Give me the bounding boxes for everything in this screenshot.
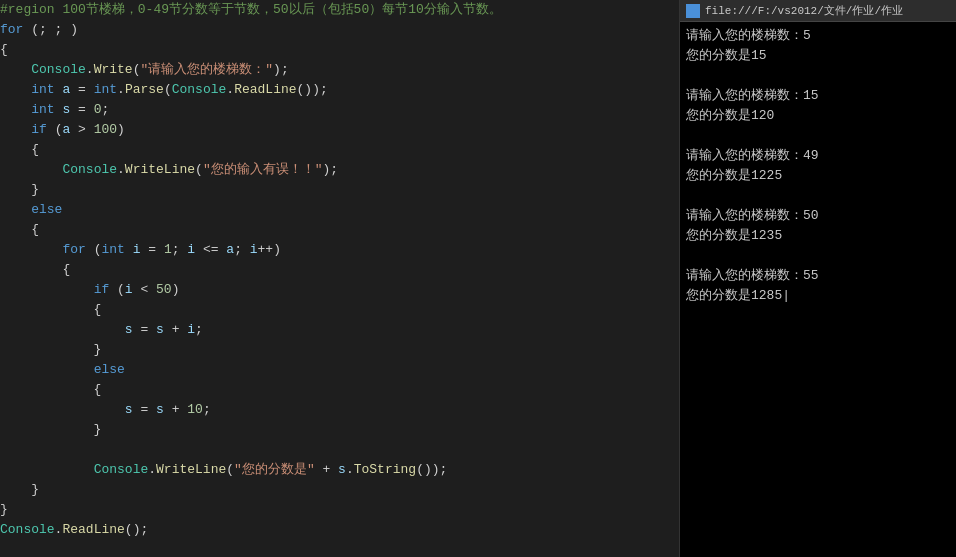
code-content: {: [0, 260, 679, 280]
code-line: if (a > 100): [0, 120, 679, 140]
code-line: {: [0, 380, 679, 400]
code-line: {: [0, 260, 679, 280]
console-output-line: 您的分数是15: [686, 46, 950, 66]
code-editor[interactable]: #region 100节楼梯，0-49节分数等于节数，50以后（包括50）每节1…: [0, 0, 680, 557]
code-line: for (int i = 1; i <= a; i++): [0, 240, 679, 260]
code-content: for (; ; ): [0, 20, 679, 40]
code-content: int s = 0;: [0, 100, 679, 120]
console-output-line: 您的分数是1285: [686, 286, 950, 306]
code-line: Console.WriteLine("您的分数是" + s.ToString()…: [0, 460, 679, 480]
console-output-line: [686, 246, 950, 266]
code-content: {: [0, 220, 679, 240]
console-output-line: 请输入您的楼梯数：50: [686, 206, 950, 226]
code-line: {: [0, 40, 679, 60]
code-content: s = s + 10;: [0, 400, 679, 420]
code-line: }: [0, 340, 679, 360]
code-line: Console.Write("请输入您的楼梯数：");: [0, 60, 679, 80]
code-line: }: [0, 180, 679, 200]
code-content: {: [0, 300, 679, 320]
code-content: Console.Write("请输入您的楼梯数：");: [0, 60, 679, 80]
code-content: else: [0, 200, 679, 220]
code-content: }: [0, 340, 679, 360]
code-content: Console.ReadLine();: [0, 520, 679, 540]
code-line: {: [0, 220, 679, 240]
console-output-line: 您的分数是1235: [686, 226, 950, 246]
code-content: if (a > 100): [0, 120, 679, 140]
console-output-line: 请输入您的楼梯数：15: [686, 86, 950, 106]
code-line: }: [0, 480, 679, 500]
console-output-line: [686, 66, 950, 86]
code-line: s = s + i;: [0, 320, 679, 340]
code-content: #region 100节楼梯，0-49节分数等于节数，50以后（包括50）每节1…: [0, 0, 679, 20]
code-line: else: [0, 200, 679, 220]
code-line: {: [0, 140, 679, 160]
console-title: file:///F:/vs2012/文件/作业/作业: [705, 3, 903, 18]
code-content: [0, 440, 679, 460]
code-content: int a = int.Parse(Console.ReadLine());: [0, 80, 679, 100]
console-output-line: [686, 126, 950, 146]
code-lines: #region 100节楼梯，0-49节分数等于节数，50以后（包括50）每节1…: [0, 0, 679, 557]
code-line: for (; ; ): [0, 20, 679, 40]
code-content: {: [0, 40, 679, 60]
code-line: Console.ReadLine();: [0, 520, 679, 540]
code-line: if (i < 50): [0, 280, 679, 300]
code-content: for (int i = 1; i <= a; i++): [0, 240, 679, 260]
console-titlebar: file:///F:/vs2012/文件/作业/作业: [680, 0, 956, 22]
console-output-line: 您的分数是1225: [686, 166, 950, 186]
code-content: {: [0, 140, 679, 160]
code-content: }: [0, 180, 679, 200]
code-content: }: [0, 480, 679, 500]
code-content: }: [0, 420, 679, 440]
code-line: }: [0, 420, 679, 440]
code-line: int s = 0;: [0, 100, 679, 120]
code-content: if (i < 50): [0, 280, 679, 300]
console-output-line: 请输入您的楼梯数：5: [686, 26, 950, 46]
code-line: #region 100节楼梯，0-49节分数等于节数，50以后（包括50）每节1…: [0, 0, 679, 20]
code-content: else: [0, 360, 679, 380]
code-line: int a = int.Parse(Console.ReadLine());: [0, 80, 679, 100]
console-output-line: 您的分数是120: [686, 106, 950, 126]
code-line: [0, 440, 679, 460]
code-content: s = s + i;: [0, 320, 679, 340]
code-content: }: [0, 500, 679, 520]
code-line: {: [0, 300, 679, 320]
console-output-line: 请输入您的楼梯数：49: [686, 146, 950, 166]
code-line: Console.WriteLine("您的输入有误！！");: [0, 160, 679, 180]
code-line: }: [0, 500, 679, 520]
console-output-line: [686, 186, 950, 206]
code-content: Console.WriteLine("您的分数是" + s.ToString()…: [0, 460, 679, 480]
code-content: {: [0, 380, 679, 400]
console-panel: file:///F:/vs2012/文件/作业/作业 请输入您的楼梯数：5您的分…: [680, 0, 956, 557]
code-line: [0, 540, 679, 557]
console-icon: [686, 4, 700, 18]
console-output-line: 请输入您的楼梯数：55: [686, 266, 950, 286]
code-content: [0, 540, 679, 557]
code-line: else: [0, 360, 679, 380]
console-output: 请输入您的楼梯数：5您的分数是15 请输入您的楼梯数：15您的分数是120 请输…: [680, 22, 956, 557]
code-line: s = s + 10;: [0, 400, 679, 420]
code-content: Console.WriteLine("您的输入有误！！");: [0, 160, 679, 180]
